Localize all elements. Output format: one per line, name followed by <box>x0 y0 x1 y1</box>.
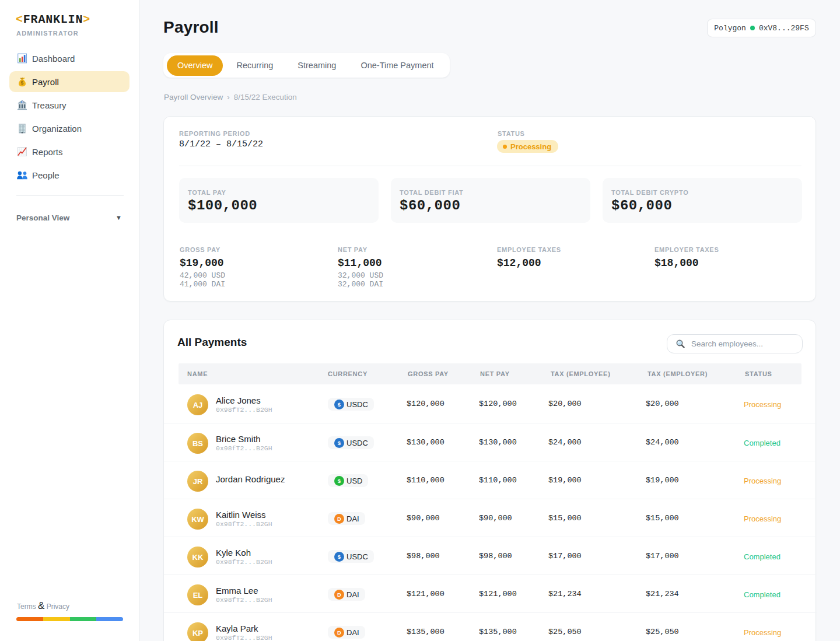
svg-text:$: $ <box>21 79 24 85</box>
